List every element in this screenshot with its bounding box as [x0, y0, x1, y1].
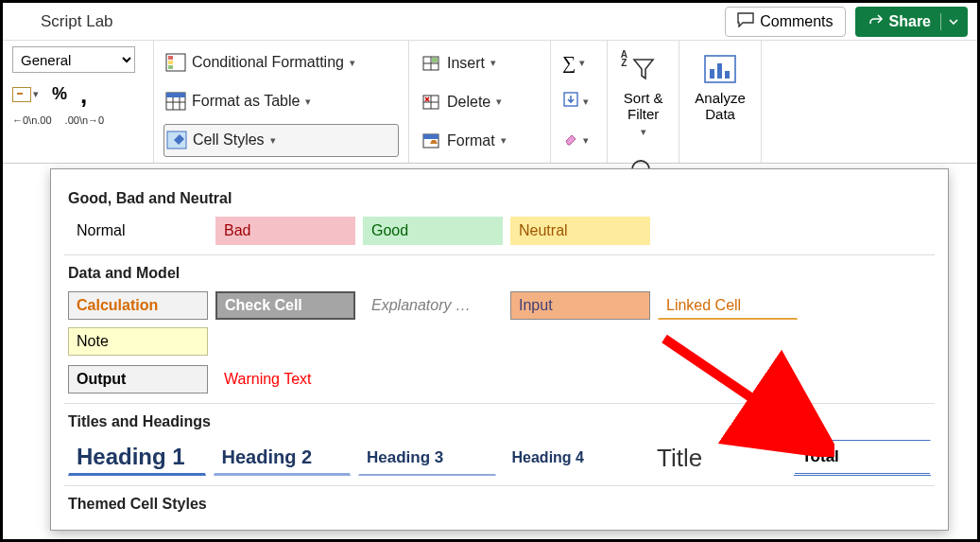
insert-cells-button[interactable]: Insert ▾	[419, 46, 541, 79]
percent-format-button[interactable]: %	[52, 84, 67, 104]
style-normal[interactable]: Normal	[68, 217, 208, 245]
share-button[interactable]: Share	[855, 7, 968, 37]
cell-styles-icon	[166, 131, 187, 149]
comment-icon	[737, 12, 754, 31]
svg-rect-23	[710, 69, 714, 79]
style-warning-text[interactable]: Warning Text	[215, 365, 355, 393]
increase-decimal-button[interactable]: ←0\n.00	[12, 115, 52, 126]
analyze-data-button[interactable]: Analyze Data	[689, 48, 750, 126]
comments-button[interactable]: Comments	[725, 7, 845, 37]
chevron-down-icon: ▾	[579, 57, 585, 69]
ribbon-group-number: General ▾ % , ←0\n.00 .00\n→0	[3, 41, 154, 163]
sort-filter-button[interactable]: AZ Sort & Filter ▾	[617, 48, 669, 142]
conditional-formatting-button[interactable]: Conditional Formatting ▾	[163, 46, 399, 79]
style-output[interactable]: Output	[68, 365, 208, 393]
section-themed-styles: Themed Cell Styles	[68, 496, 931, 513]
ribbon-group-cells: Insert ▾ Delete ▾ Format ▾	[409, 41, 551, 163]
analyze-icon	[701, 52, 739, 86]
cell-styles-button[interactable]: Cell Styles ▾	[163, 124, 399, 157]
eraser-icon	[562, 130, 579, 151]
format-as-table-button[interactable]: Format as Table ▾	[163, 85, 399, 118]
chevron-down-icon: ▾	[583, 134, 589, 147]
style-input[interactable]: Input	[510, 291, 650, 320]
style-good[interactable]: Good	[363, 217, 503, 245]
chevron-down-icon: ▾	[270, 134, 276, 147]
autosum-button[interactable]: ∑ ▾	[560, 46, 597, 79]
format-cells-button[interactable]: Format ▾	[419, 124, 541, 157]
style-heading-3[interactable]: Heading 3	[358, 440, 496, 476]
fill-button[interactable]: ▾	[560, 85, 597, 118]
fill-down-icon	[562, 91, 579, 113]
style-title[interactable]: Title	[648, 440, 786, 476]
style-neutral[interactable]: Neutral	[510, 217, 650, 245]
ribbon-group-editing-icons: ∑ ▾ ▾ ▾	[551, 41, 608, 163]
chevron-down-icon	[940, 13, 958, 30]
chevron-down-icon: ▾	[305, 96, 311, 108]
section-data-model: Data and Model	[68, 265, 931, 282]
style-bad[interactable]: Bad	[215, 217, 355, 245]
cell-styles-dropdown: Good, Bad and Neutral Normal Bad Good Ne…	[50, 168, 949, 531]
insert-cells-icon	[421, 54, 441, 73]
comma-format-button[interactable]: ,	[80, 90, 87, 99]
svg-rect-1	[168, 56, 173, 60]
style-total[interactable]: Total	[794, 440, 932, 476]
ribbon-group-analyze: Analyze Data	[679, 41, 761, 163]
chevron-down-icon: ▾	[490, 57, 496, 69]
svg-rect-5	[166, 93, 185, 97]
format-cells-icon	[421, 131, 441, 150]
svg-rect-24	[717, 63, 722, 79]
style-heading-2[interactable]: Heading 2	[214, 440, 352, 476]
section-good-bad-neutral: Good, Bad and Neutral	[68, 190, 931, 207]
style-heading-4[interactable]: Heading 4	[504, 440, 642, 476]
ribbon: General ▾ % , ←0\n.00 .00\n→0 Conditiona…	[3, 41, 977, 164]
chevron-down-icon: ▾	[501, 134, 507, 147]
ribbon-group-sort-find: AZ Sort & Filter ▾ Find & Select ▾	[608, 41, 679, 163]
delete-cells-button[interactable]: Delete ▾	[419, 85, 541, 118]
share-icon	[868, 12, 884, 31]
number-format-select[interactable]: General	[12, 46, 135, 73]
az-icon: AZ	[621, 50, 628, 67]
titlebar: Script Lab Comments Share	[3, 3, 977, 41]
section-titles-headings: Titles and Headings	[68, 413, 931, 430]
style-note[interactable]: Note	[68, 327, 208, 356]
chevron-down-icon: ▾	[350, 57, 355, 69]
accounting-icon	[12, 87, 31, 102]
ribbon-tab-scriptlab[interactable]: Script Lab	[41, 12, 113, 31]
decrease-decimal-button[interactable]: .00\n→0	[65, 115, 105, 126]
svg-rect-18	[423, 134, 438, 139]
svg-rect-13	[432, 58, 438, 62]
sigma-icon: ∑	[562, 52, 576, 74]
chevron-down-icon: ▾	[33, 88, 39, 100]
format-table-icon	[165, 92, 186, 111]
ribbon-group-styles: Conditional Formatting ▾ Format as Table…	[154, 41, 409, 163]
clear-button[interactable]: ▾	[560, 124, 597, 157]
svg-rect-3	[168, 65, 173, 69]
style-linked-cell[interactable]: Linked Cell	[658, 291, 798, 320]
chevron-down-icon: ▾	[496, 96, 502, 108]
style-check-cell[interactable]: Check Cell	[215, 291, 355, 320]
delete-cells-icon	[421, 93, 441, 112]
style-explanatory[interactable]: Explanatory …	[363, 291, 503, 320]
chevron-down-icon: ▾	[641, 126, 646, 138]
conditional-formatting-icon	[165, 53, 186, 72]
share-label: Share	[889, 13, 931, 30]
comments-label: Comments	[760, 13, 833, 30]
svg-rect-25	[725, 71, 730, 79]
chevron-down-icon: ▾	[583, 96, 589, 108]
funnel-icon	[627, 52, 661, 86]
svg-rect-2	[168, 61, 173, 64]
style-calculation[interactable]: Calculation	[68, 291, 208, 320]
style-heading-1[interactable]: Heading 1	[68, 440, 206, 476]
accounting-format-button[interactable]: ▾	[12, 87, 39, 102]
